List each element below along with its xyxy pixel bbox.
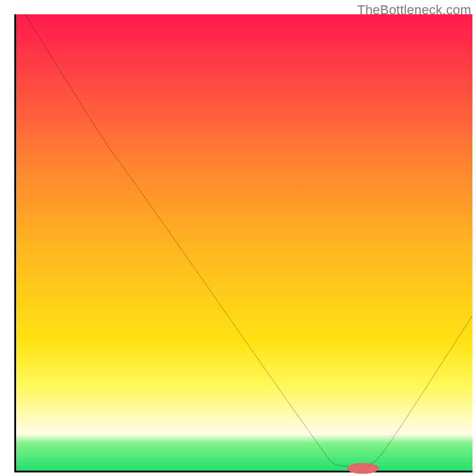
optimal-marker — [347, 463, 379, 474]
chart-plot-svg — [16, 14, 472, 471]
bottleneck-curve — [25, 14, 472, 466]
chart-stage: TheBottleneck.com — [0, 0, 476, 476]
watermark-label: TheBottleneck.com — [357, 2, 471, 18]
